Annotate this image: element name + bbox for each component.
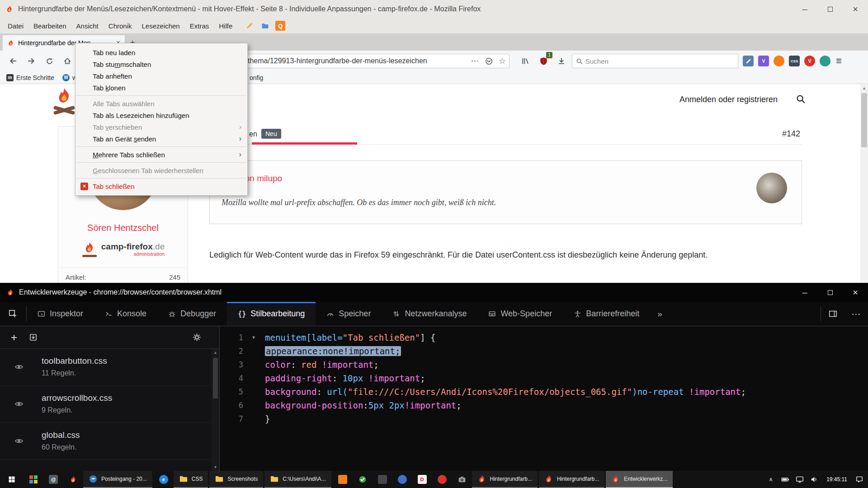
app-menu-button[interactable]: ≡ — [836, 55, 842, 67]
menubar-item-bearbeiten[interactable]: Bearbeiten — [28, 20, 71, 32]
forward-button[interactable] — [24, 53, 39, 69]
tray-expand-icon[interactable]: ∧ — [764, 471, 778, 488]
stylesheet-item-toolbarbutton[interactable]: toolbarbutton.css 11 Regeln. — [0, 349, 219, 386]
pinned-d-app-icon[interactable]: D — [412, 471, 432, 488]
taskbar-button-css-folder[interactable]: CSS — [174, 471, 208, 488]
visibility-eye-icon[interactable] — [14, 362, 24, 371]
stylesheet-item-arrowscrollbox[interactable]: arrowscrollbox.css 9 Regeln. — [0, 386, 219, 423]
menu-item-tab-wiederherstellen[interactable]: Geschlossenen Tab wiederherstellen — [75, 164, 247, 176]
tab-debugger[interactable]: Debugger — [157, 302, 227, 326]
taskbar-button-screenshots-folder[interactable]: Screenshots — [209, 471, 263, 488]
post-number[interactable]: #142 — [782, 129, 800, 139]
menubar-item-lesezeichen[interactable]: Lesezeichen — [137, 20, 184, 32]
v-extension-icon[interactable]: V — [758, 56, 769, 66]
menu-item-alle-tabs-auswaehlen[interactable]: Alle Tabs auswählen — [75, 98, 247, 109]
page-scrollbar[interactable]: ▲ — [860, 84, 868, 283]
menubar-item-ansicht[interactable]: Ansicht — [71, 20, 104, 32]
qip-icon[interactable]: Q — [275, 21, 285, 31]
pinned-dark-app-icon[interactable] — [373, 471, 392, 488]
tab-speicher[interactable]: Speicher — [316, 302, 382, 326]
action-center-icon[interactable] — [853, 471, 866, 488]
devtools-menu-icon[interactable]: ⋯ — [844, 302, 868, 326]
code-line[interactable]: 6 background-position:5px 2px!important; — [220, 399, 868, 412]
close-button[interactable]: × — [843, 283, 868, 302]
pinned-mail-icon[interactable]: @ — [43, 471, 63, 488]
menubar-item-chronik[interactable]: Chronik — [104, 20, 137, 32]
taskbar-button-firefox-2[interactable]: Hintergrundfarb... — [539, 471, 604, 488]
pinned-firefox-icon[interactable] — [63, 471, 83, 488]
maximize-button[interactable] — [817, 283, 843, 302]
close-button[interactable]: × — [843, 0, 868, 18]
gear-icon[interactable] — [193, 333, 201, 342]
author-name[interactable]: Sören Hentzschel — [58, 223, 188, 233]
pinned-check-app-icon[interactable] — [353, 471, 373, 488]
menu-item-tab-stummschalten[interactable]: Tab stummschalten — [75, 58, 247, 70]
display-icon[interactable] — [793, 471, 807, 488]
menu-item-tab-als-lesezeichen[interactable]: Tab als Lesezeichen hinzufügen — [75, 109, 247, 121]
home-button[interactable] — [60, 53, 75, 69]
stylesheet-item-global[interactable]: global.css 60 Regeln. — [0, 423, 219, 460]
search-input[interactable] — [585, 57, 734, 65]
downloads-button[interactable] — [554, 53, 569, 69]
minimize-button[interactable]: – — [792, 283, 817, 302]
split-view-icon[interactable] — [821, 302, 844, 326]
menu-item-tab-schliessen[interactable]: ×Tab schließen — [75, 180, 247, 192]
sync-extension-icon[interactable] — [820, 56, 830, 66]
menu-item-tab-an-geraet-senden[interactable]: Tab an Gerät senden› — [75, 133, 247, 145]
maximize-button[interactable] — [817, 0, 843, 18]
scrollbar-thumb[interactable] — [861, 93, 867, 147]
search-bar[interactable] — [572, 54, 738, 68]
visibility-eye-icon[interactable] — [14, 399, 24, 408]
menubar-item-extras[interactable]: Extras — [185, 20, 214, 32]
pocket-icon[interactable] — [482, 54, 495, 68]
orange-extension-icon[interactable] — [774, 56, 784, 66]
library-button[interactable] — [518, 53, 533, 69]
tab-stilbearbeitung[interactable]: {}Stilbearbeitung — [227, 302, 316, 326]
start-button[interactable] — [0, 471, 24, 488]
menu-item-mehrere-tabs-schliessen[interactable]: Mehrere Tabs schließen› — [75, 149, 247, 160]
folder-icon[interactable] — [260, 21, 270, 31]
scroll-down-icon[interactable]: ▼ — [212, 464, 219, 471]
code-line[interactable]: 7 } — [220, 412, 868, 426]
code-line[interactable]: 1 ▼ menuitem[label="Tab schließen"] { — [220, 331, 868, 344]
code-editor[interactable]: 1 ▼ menuitem[label="Tab schließen"] { 2 … — [220, 326, 868, 471]
menubar-item-hilfe[interactable]: Hilfe — [214, 20, 237, 32]
more-tabs-button[interactable]: » — [650, 302, 670, 326]
pinned-camera-app-icon[interactable] — [452, 471, 472, 488]
tab-inspektor[interactable]: Inspektor — [27, 302, 94, 326]
volume-icon[interactable] — [807, 471, 821, 488]
tab-barrierefreiheit[interactable]: Barrierefreiheit — [563, 302, 650, 326]
new-stylesheet-button[interactable]: + — [11, 331, 17, 344]
import-stylesheet-icon[interactable] — [29, 333, 38, 342]
taskbar-button-explorer-path[interactable]: C:\Users\Andi\A... — [264, 471, 331, 488]
taskbar-button-devtools[interactable]: Entwicklerwerkz... — [606, 471, 673, 488]
menu-item-tab-verschieben[interactable]: Tab verschieben› — [75, 121, 247, 133]
fold-arrow-icon[interactable]: ▼ — [248, 331, 259, 344]
code-line[interactable]: 2 appearance:none!important; — [220, 344, 868, 358]
page-search-icon[interactable] — [796, 94, 806, 104]
bookmark-star-icon[interactable]: ☆ — [495, 54, 509, 68]
quoted-user-avatar[interactable] — [756, 173, 787, 203]
battery-icon[interactable] — [778, 471, 792, 488]
code-line[interactable]: 4 padding-right: 10px !important; — [220, 371, 868, 385]
scrollbar-thumb[interactable] — [213, 358, 218, 399]
sidebar-scrollbar[interactable]: ▲ ▼ — [212, 349, 219, 471]
menubar-item-datei[interactable]: Datei — [3, 20, 28, 32]
visibility-eye-icon[interactable] — [14, 436, 24, 446]
scroll-up-icon[interactable]: ▲ — [212, 349, 219, 356]
compose-icon[interactable] — [245, 21, 255, 31]
menu-item-tab-anheften[interactable]: Tab anheften — [75, 70, 247, 82]
url-text[interactable]: thema/129913-hintergrundfarbe-der-menüs-… — [248, 57, 468, 65]
taskbar-clock[interactable]: 19:45:11 — [822, 476, 852, 483]
minimize-button[interactable]: – — [792, 0, 817, 18]
pinned-blue-app-icon[interactable] — [392, 471, 412, 488]
pinned-red-app-icon[interactable] — [432, 471, 452, 488]
scroll-up-icon[interactable]: ▲ — [860, 84, 868, 92]
annotate-extension-icon[interactable] — [743, 56, 754, 66]
tab-web-speicher[interactable]: Web-Speicher — [477, 302, 563, 326]
page-actions-icon[interactable]: ⋯ — [468, 54, 482, 68]
tab-konsole[interactable]: Konsole — [94, 302, 157, 326]
tab-netzwerkanalyse[interactable]: Netzwerkanalyse — [382, 302, 477, 326]
browser-icon[interactable]: e — [154, 471, 174, 488]
bookmark-partial-label[interactable]: onfig — [250, 74, 263, 81]
